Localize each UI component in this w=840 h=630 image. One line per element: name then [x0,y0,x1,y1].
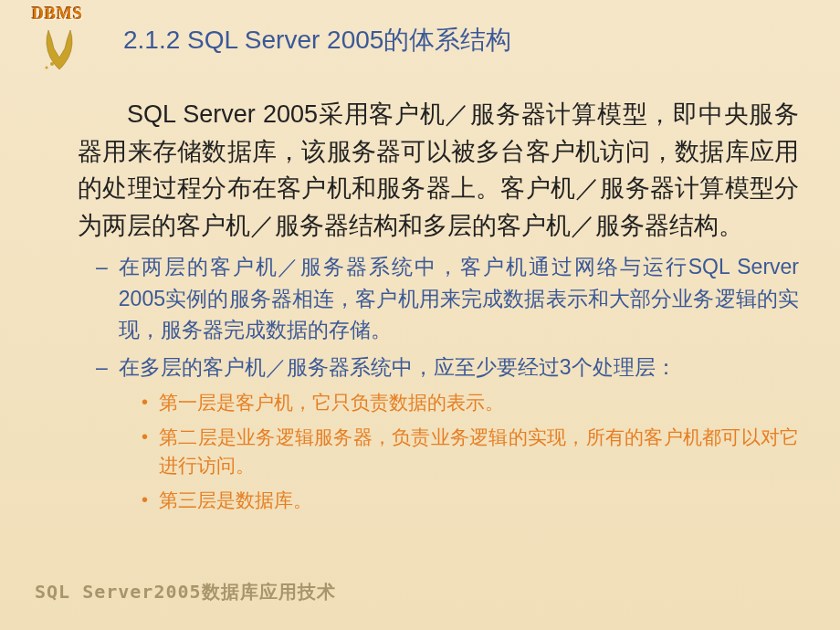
bullet-icon: • [142,486,148,515]
bullet-item-text: 第一层是客户机，它只负责数据的表示。 [159,388,504,417]
bullet-icon: • [142,423,148,480]
sub-item: – 在多层的客户机／服务器系统中，应至少要经过3个处理层： [96,352,799,383]
bullet-icon: • [142,388,148,417]
content-area: SQL Server 2005采用客户机／服务器计算模型，即中央服务器用来存储数… [78,96,799,520]
section-title: 2.1.2 SQL Server 2005的体系结构 [123,23,511,58]
logo-graphic-icon [39,26,79,71]
bullet-item: • 第一层是客户机，它只负责数据的表示。 [142,388,799,417]
bullet-item-text: 第三层是数据库。 [159,486,312,515]
sub-list: – 在两层的客户机／服务器系统中，客户机通过网络与运行SQL Server 20… [96,251,799,383]
sub-item-text: 在两层的客户机／服务器系统中，客户机通过网络与运行SQL Server 2005… [119,251,799,346]
svg-point-1 [46,67,48,69]
svg-point-0 [50,62,54,66]
logo-text: DBMS [32,5,96,24]
footer-text: SQL Server2005数据库应用技术 [35,580,336,604]
bullet-list: • 第一层是客户机，它只负责数据的表示。 • 第二层是业务逻辑服务器，负责业务逻… [142,388,799,514]
intro-paragraph: SQL Server 2005采用客户机／服务器计算模型，即中央服务器用来存储数… [78,96,799,244]
sub-item: – 在两层的客户机／服务器系统中，客户机通过网络与运行SQL Server 20… [96,251,799,346]
sub-item-text: 在多层的客户机／服务器系统中，应至少要经过3个处理层： [119,352,677,383]
dash-icon: – [96,352,108,383]
bullet-item: • 第二层是业务逻辑服务器，负责业务逻辑的实现，所有的客户机都可以对它进行访问。 [142,423,799,480]
logo: DBMS [32,5,96,87]
bullet-item: • 第三层是数据库。 [142,486,799,515]
bullet-item-text: 第二层是业务逻辑服务器，负责业务逻辑的实现，所有的客户机都可以对它进行访问。 [159,423,799,480]
dash-icon: – [96,251,108,346]
